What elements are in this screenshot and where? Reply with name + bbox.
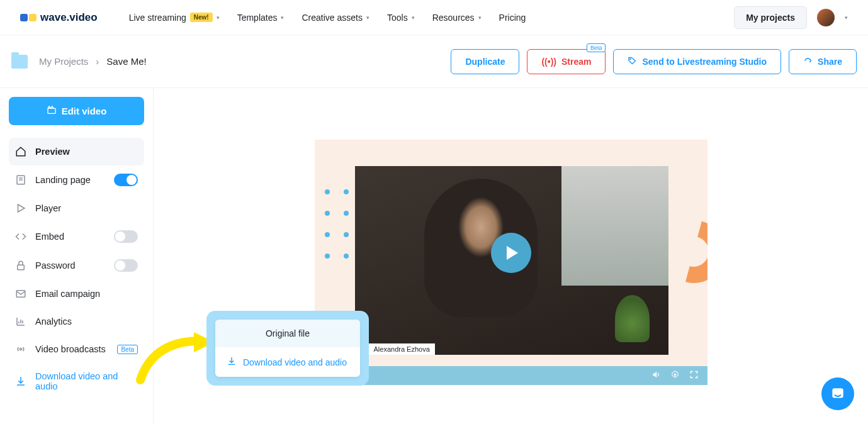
svg-marker-3 — [18, 204, 25, 212]
lock-icon — [15, 260, 26, 271]
chevron-down-icon: ▾ — [366, 14, 369, 21]
chat-icon — [830, 386, 846, 402]
nav-label: Live streaming — [129, 13, 186, 23]
my-projects-button[interactable]: My projects — [734, 6, 807, 29]
broadcast-icon — [15, 343, 26, 355]
chart-icon — [15, 316, 26, 327]
avatar[interactable] — [817, 9, 835, 26]
sidebar-item-analytics[interactable]: Analytics — [9, 308, 144, 335]
mail-icon — [15, 288, 26, 299]
chevron-down-icon: ▾ — [217, 14, 220, 21]
subheader: My Projects › Save Me! Duplicate ((•)) S… — [0, 35, 868, 88]
background-window — [561, 166, 668, 286]
svg-point-7 — [674, 374, 676, 376]
sidebar-item-password[interactable]: Password — [9, 251, 144, 280]
option-label: Original file — [266, 328, 310, 338]
button-label: Duplicate — [465, 57, 505, 67]
chevron-down-icon: ▾ — [412, 14, 415, 21]
chevron-down-icon: ▾ — [281, 14, 284, 21]
stream-button[interactable]: ((•)) Stream Beta — [527, 49, 606, 74]
breadcrumb-separator: › — [96, 56, 99, 67]
broadcast-icon: ((•)) — [541, 57, 556, 67]
download-popup-inner: Original file Download video and audio — [215, 320, 360, 377]
logo-icon — [20, 14, 37, 21]
duplicate-button[interactable]: Duplicate — [451, 49, 519, 74]
landing-toggle[interactable] — [114, 174, 138, 186]
sidebar-item-download[interactable]: Download video and audio — [9, 363, 144, 399]
nav-pricing[interactable]: Pricing — [499, 13, 526, 23]
download-icon — [15, 376, 26, 387]
sidebar-item-label: Password — [35, 260, 76, 271]
presenter-name-tag: Alexandra Ezhova — [369, 343, 435, 355]
annotation-arrow — [134, 330, 216, 386]
page-icon — [15, 174, 26, 186]
settings-icon[interactable] — [670, 370, 680, 381]
play-button[interactable] — [491, 233, 531, 273]
sidebar-item-label: Analytics — [35, 316, 72, 326]
nav-creative-assets[interactable]: Creative assets ▾ — [302, 13, 369, 23]
plant-decoration — [615, 295, 650, 342]
nav-live-streaming[interactable]: Live streaming New! ▾ — [129, 13, 220, 23]
breadcrumb: My Projects › Save Me! — [39, 56, 147, 67]
folder-icon[interactable] — [11, 55, 28, 69]
nav-templates[interactable]: Templates ▾ — [237, 13, 285, 23]
home-icon — [15, 146, 26, 157]
svg-rect-4 — [18, 265, 25, 270]
button-label: Stream — [561, 57, 591, 67]
edit-video-button[interactable]: Edit video — [9, 97, 144, 125]
password-toggle[interactable] — [114, 259, 138, 272]
option-label: Download video and audio — [243, 357, 347, 367]
code-icon — [15, 231, 26, 242]
download-icon — [227, 356, 237, 368]
sidebar-item-label: Email campaign — [35, 289, 100, 299]
clapper-icon — [47, 105, 57, 117]
video-frame[interactable]: Alexandra Ezhova — [315, 140, 707, 366]
breadcrumb-root[interactable]: My Projects — [39, 56, 88, 67]
original-file-option[interactable]: Original file — [215, 320, 360, 347]
beta-badge: Beta — [587, 43, 606, 52]
fullscreen-icon[interactable] — [689, 370, 699, 381]
embed-toggle[interactable] — [114, 230, 138, 243]
play-icon — [15, 203, 26, 214]
sidebar: Edit video Preview Landing page Player E… — [0, 88, 154, 424]
nav-resources[interactable]: Resources ▾ — [432, 13, 482, 23]
new-badge: New! — [190, 13, 213, 22]
player-controls-bar — [315, 366, 707, 385]
nav-tools[interactable]: Tools ▾ — [387, 13, 415, 23]
button-label: Share — [818, 57, 842, 67]
sidebar-item-embed[interactable]: Embed — [9, 222, 144, 251]
intercom-chat-button[interactable] — [821, 377, 854, 410]
svg-point-0 — [630, 59, 631, 59]
nav-label: Resources — [432, 13, 475, 23]
sidebar-item-label: Embed — [35, 232, 64, 242]
sidebar-item-label: Preview — [35, 147, 70, 157]
main-nav: Live streaming New! ▾ Templates ▾ Creati… — [129, 13, 734, 23]
sidebar-item-landing-page[interactable]: Landing page — [9, 165, 144, 194]
button-label: Edit video — [62, 106, 107, 116]
send-to-studio-button[interactable]: Send to Livestreaming Studio — [613, 49, 781, 74]
nav-label: Creative assets — [302, 13, 362, 23]
video-player: Alexandra Ezhova — [315, 140, 707, 424]
nav-label: Pricing — [499, 13, 526, 23]
top-nav: wave.video Live streaming New! ▾ Templat… — [0, 0, 868, 35]
sidebar-item-video-broadcasts[interactable]: Video broadcasts Beta — [9, 335, 144, 363]
sidebar-item-player[interactable]: Player — [9, 194, 144, 222]
download-popup: Original file Download video and audio — [206, 311, 369, 386]
button-label: Send to Livestreaming Studio — [642, 57, 767, 67]
brand-logo[interactable]: wave.video — [20, 11, 98, 24]
sidebar-item-label: Video broadcasts — [35, 344, 106, 354]
share-button[interactable]: Share — [789, 49, 857, 74]
sidebar-item-email-campaign[interactable]: Email campaign — [9, 280, 144, 308]
volume-icon[interactable] — [651, 370, 661, 381]
sidebar-item-label: Landing page — [35, 175, 91, 185]
svg-rect-1 — [48, 108, 55, 113]
sidebar-item-label: Player — [35, 203, 61, 213]
sidebar-item-label: Download video and audio — [35, 371, 138, 391]
chevron-down-icon: ▾ — [478, 14, 482, 21]
nav-label: Tools — [387, 13, 408, 23]
chevron-down-icon[interactable]: ▾ — [845, 14, 848, 21]
nav-label: Templates — [237, 13, 278, 23]
header-right: My projects ▾ — [734, 6, 848, 29]
sidebar-item-preview[interactable]: Preview — [9, 138, 144, 165]
download-video-audio-option[interactable]: Download video and audio — [215, 347, 360, 377]
